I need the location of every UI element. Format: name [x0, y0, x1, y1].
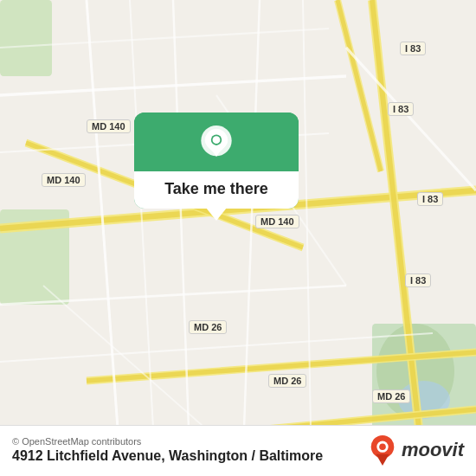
road-label-md140-1: MD 140 — [87, 119, 131, 133]
moovit-brand-text: moovit — [402, 439, 464, 461]
moovit-logo: moovit — [369, 434, 464, 466]
take-me-there-card[interactable]: Take me there — [134, 113, 299, 209]
road-label-i83-3: I 83 — [417, 192, 443, 206]
take-me-there-label[interactable]: Take me there — [134, 171, 299, 209]
svg-line-20 — [242, 0, 260, 476]
svg-line-23 — [130, 0, 156, 476]
bottom-bar: © OpenStreetMap contributors 4912 Litchf… — [0, 425, 476, 476]
address-text: 4912 Litchfield Avenue, Washington / Bal… — [12, 448, 323, 464]
svg-line-18 — [0, 76, 346, 95]
road-label-md26-3: MD 26 — [372, 389, 410, 403]
map-container: MD 140 MD 140 MD 140 I 83 I 83 I 83 I 83… — [0, 0, 476, 476]
road-label-md26-1: MD 26 — [189, 320, 227, 334]
tooltip-icon-area — [134, 113, 299, 171]
svg-line-17 — [87, 0, 121, 476]
svg-line-28 — [43, 286, 216, 438]
svg-marker-39 — [376, 454, 389, 466]
bottom-left: © OpenStreetMap contributors 4912 Litchf… — [12, 436, 323, 464]
location-pin-icon — [196, 125, 236, 164]
moovit-pin-icon — [369, 434, 396, 466]
road-label-i83-2: I 83 — [388, 102, 414, 116]
svg-point-36 — [213, 136, 221, 144]
svg-rect-2 — [0, 0, 52, 76]
svg-point-40 — [379, 443, 386, 450]
road-label-md140-3: MD 140 — [42, 173, 86, 187]
road-label-md26-2: MD 26 — [268, 374, 306, 388]
copyright-text: © OpenStreetMap contributors — [12, 436, 323, 447]
road-label-md140-2: MD 140 — [255, 215, 299, 228]
road-label-i83-4: I 83 — [405, 273, 431, 287]
map-roads — [0, 0, 476, 476]
svg-line-19 — [173, 0, 190, 476]
road-label-i83-1: I 83 — [400, 42, 426, 55]
svg-line-24 — [303, 0, 312, 476]
